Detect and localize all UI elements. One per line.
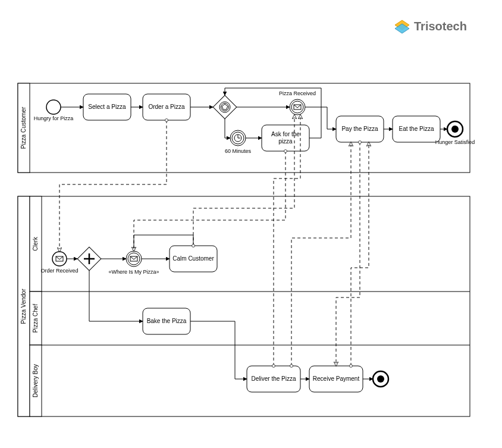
task-pay-pizza-label: Pay the Pizza — [341, 126, 378, 132]
task-ask-pizza-label-1: Ask for the — [271, 131, 300, 137]
timer-icon — [234, 134, 241, 142]
message-icon — [130, 256, 137, 261]
task-deliver-pizza: Deliver the Pizza — [247, 366, 300, 392]
task-select-pizza: Select a Pizza — [83, 94, 131, 120]
task-select-pizza-label: Select a Pizza — [88, 104, 126, 110]
intermediate-event-timer-label: 60 Minutes — [225, 148, 252, 154]
task-eat-pizza-label: Eat the Pizza — [399, 126, 434, 132]
brand-logo: Trisotech — [395, 20, 467, 33]
svg-rect-30 — [18, 196, 470, 416]
task-eat-pizza: Eat the Pizza — [393, 116, 440, 142]
pool-vendor: Pizza Vendor Clerk Pizza Chef Delivery B… — [18, 196, 470, 416]
pool-vendor-label: Pizza Vendor — [20, 289, 27, 324]
task-calm-customer-label: Calm Customer — [172, 255, 214, 262]
intermediate-event-pizza-received-label: Pizza Received — [279, 90, 316, 96]
task-pay-pizza: Pay the Pizza — [336, 116, 384, 142]
end-event-vendor — [373, 371, 388, 387]
svg-point-3 — [46, 100, 61, 114]
message-icon — [56, 256, 63, 261]
message-icon — [294, 105, 301, 109]
lane-delivery-label: Delivery Boy — [32, 364, 39, 397]
end-event-hunger-satisfied-label: Hunger Satisfied — [435, 139, 475, 145]
task-receive-payment-label: Receive Payment — [313, 375, 360, 382]
task-ask-pizza-label-2: pizza — [278, 138, 293, 145]
intermediate-event-where-pizza-label: «Where Is My Pizza» — [108, 269, 159, 275]
task-bake-pizza-label: Bake the Pizza — [147, 318, 187, 324]
task-order-pizza-label: Order a Pizza — [148, 104, 185, 110]
bpmn-diagram: Trisotech Pizza Customer Hungry for Pizz… — [0, 0, 502, 448]
lane-chef-label: Pizza Chef — [32, 304, 39, 333]
task-calm-customer: Calm Customer — [170, 246, 217, 272]
lane-clerk-label: Clerk — [32, 236, 39, 250]
start-event-order-received-label: Order Received — [40, 268, 78, 274]
task-bake-pizza: Bake the Pizza — [143, 308, 190, 334]
task-ask-pizza: Ask for the pizza Ask for the pizza — [262, 125, 309, 151]
svg-point-50 — [377, 375, 384, 383]
start-event-hungry-label: Hungry for Pizza — [34, 115, 74, 121]
svg-point-22 — [451, 126, 459, 133]
task-order-pizza: Order a Pizza — [143, 94, 190, 120]
pool-customer-label: Pizza Customer — [20, 106, 27, 149]
logo-icon — [395, 20, 409, 33]
task-receive-payment: Receive Payment — [309, 366, 363, 392]
task-deliver-pizza-label: Deliver the Pizza — [251, 375, 296, 382]
brand-name: Trisotech — [414, 20, 467, 33]
